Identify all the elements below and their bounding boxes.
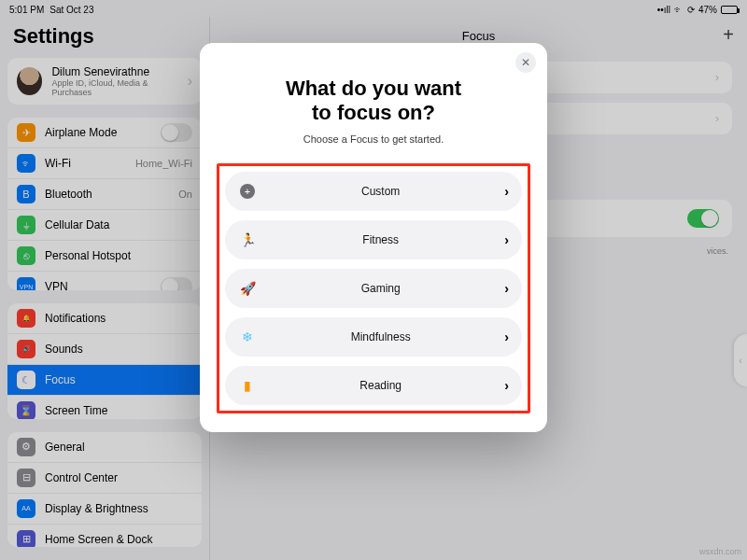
- focus-option-custom[interactable]: +Custom›: [225, 172, 522, 211]
- reading-icon: ▮: [238, 376, 257, 395]
- chevron-right-icon: ›: [504, 232, 509, 247]
- focus-option-reading[interactable]: ▮Reading›: [225, 366, 522, 405]
- focus-picker-modal: ✕ What do you want to focus on? Choose a…: [200, 43, 547, 432]
- fitness-icon: 🏃: [238, 231, 257, 249]
- annotation-highlight: +Custom›🏃Fitness›🚀Gaming›❄Mindfulness›▮R…: [217, 163, 530, 413]
- custom-icon: +: [238, 182, 257, 201]
- chevron-right-icon: ›: [504, 184, 509, 199]
- gaming-icon: 🚀: [238, 279, 257, 298]
- chevron-right-icon: ›: [504, 378, 509, 393]
- focus-option-gaming[interactable]: 🚀Gaming›: [225, 269, 522, 308]
- focus-option-label: Fitness: [257, 233, 504, 246]
- close-button[interactable]: ✕: [515, 52, 536, 73]
- modal-title: What do you want to focus on?: [217, 77, 530, 126]
- focus-option-label: Custom: [257, 185, 504, 198]
- focus-option-mindfulness[interactable]: ❄Mindfulness›: [225, 317, 522, 357]
- focus-option-label: Reading: [257, 379, 504, 392]
- focus-option-fitness[interactable]: 🏃Fitness›: [225, 220, 522, 259]
- mindfulness-icon: ❄: [238, 328, 257, 346]
- watermark: wsxdn.com: [699, 547, 741, 556]
- focus-option-label: Gaming: [257, 282, 504, 295]
- chevron-right-icon: ›: [504, 329, 509, 344]
- modal-subtitle: Choose a Focus to get started.: [217, 133, 530, 145]
- chevron-right-icon: ›: [504, 281, 509, 296]
- focus-option-label: Mindfulness: [257, 330, 504, 343]
- modal-backdrop: ✕ What do you want to focus on? Choose a…: [0, 0, 747, 560]
